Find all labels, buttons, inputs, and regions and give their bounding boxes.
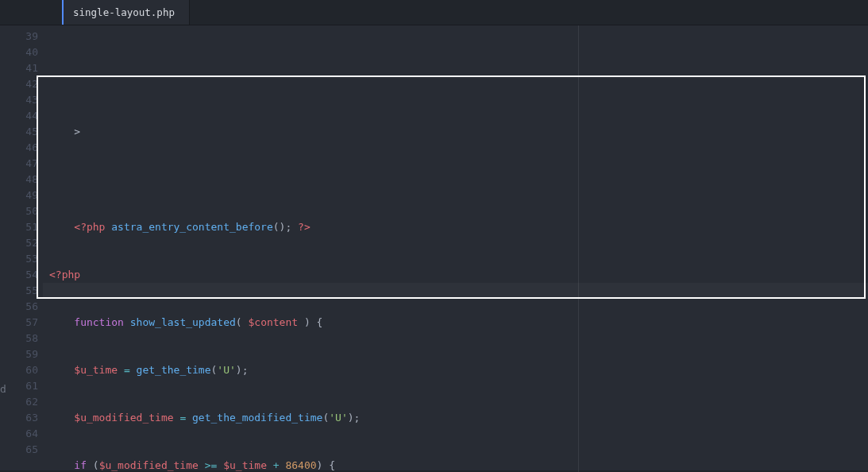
editor-pane[interactable]: d 39 40 41 42 43 44 45 46 47 48 49 50 51… <box>0 25 868 472</box>
code-line: > <box>43 124 868 140</box>
left-gutter-strip: d <box>0 25 11 472</box>
tab-label: single-layout.php <box>73 6 175 18</box>
gutter-marker-letter: d <box>0 383 6 395</box>
line-number: 47 <box>11 156 43 172</box>
code-line: <?php astra_entry_content_before(); ?> <box>43 219 868 235</box>
tab-single-layout[interactable]: single-layout.php <box>62 0 190 25</box>
line-number: 52 <box>11 235 43 251</box>
wrap-guide <box>578 25 579 472</box>
line-number: 49 <box>11 188 43 203</box>
line-number: 55 <box>11 283 43 299</box>
line-number: 65 <box>11 442 43 458</box>
code-line: function show_last_updated( $content ) { <box>43 315 868 331</box>
line-number: 62 <box>11 394 43 410</box>
code-line: $u_modified_time = get_the_modified_time… <box>43 410 868 426</box>
line-number: 39 <box>11 29 43 44</box>
code-line: <?php <box>43 267 868 283</box>
line-number: 58 <box>11 331 43 346</box>
line-number-gutter: 39 40 41 42 43 44 45 46 47 48 49 50 51 5… <box>11 25 43 472</box>
line-number: 59 <box>11 346 43 362</box>
line-number: 45 <box>11 124 43 140</box>
line-number: 40 <box>11 44 43 60</box>
line-number: 46 <box>11 140 43 156</box>
tab-active-indicator <box>62 0 64 25</box>
line-number: 57 <box>11 315 43 331</box>
editor-window: single-layout.php d 39 40 41 42 43 44 45… <box>0 0 868 472</box>
tab-bar-left-spacer <box>0 0 62 25</box>
line-number: 54 <box>11 267 43 283</box>
line-number: 50 <box>11 203 43 219</box>
line-number: 64 <box>11 426 43 442</box>
current-line-highlight <box>43 283 868 299</box>
code-line <box>43 172 868 188</box>
line-number: 61 <box>11 378 43 394</box>
line-number: 53 <box>11 251 43 267</box>
line-number: 60 <box>11 362 43 378</box>
line-number: 42 <box>11 76 43 92</box>
line-number: 51 <box>11 219 43 235</box>
line-number: 43 <box>11 92 43 108</box>
code-line: $u_time = get_the_time('U'); <box>43 362 868 378</box>
tab-bar: single-layout.php <box>0 0 868 25</box>
line-number: 48 <box>11 172 43 188</box>
line-number: 63 <box>11 410 43 426</box>
line-number: 44 <box>11 108 43 124</box>
line-number: 56 <box>11 299 43 315</box>
line-number: 41 <box>11 60 43 76</box>
code-area[interactable]: > <?php astra_entry_content_before(); ?>… <box>43 25 868 472</box>
